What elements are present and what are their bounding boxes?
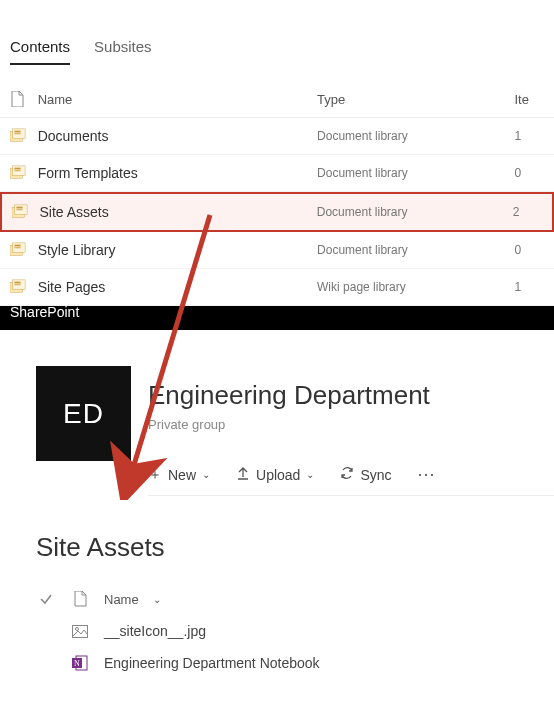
- svg-rect-6: [14, 168, 20, 170]
- row-name: Form Templates: [38, 165, 317, 181]
- file-name: Engineering Department Notebook: [104, 655, 320, 671]
- header-items[interactable]: Ite: [515, 92, 554, 107]
- svg-rect-10: [16, 207, 22, 209]
- svg-rect-7: [14, 170, 20, 171]
- svg-text:N: N: [74, 659, 80, 668]
- row-name: Style Library: [38, 242, 317, 258]
- svg-rect-11: [16, 209, 22, 210]
- section-title: Site Assets: [36, 532, 554, 563]
- upload-label: Upload: [256, 467, 300, 483]
- svg-rect-19: [14, 284, 20, 285]
- row-items: 1: [515, 129, 554, 143]
- upload-button[interactable]: Upload ⌄: [236, 466, 314, 483]
- sync-label: Sync: [360, 467, 391, 483]
- tabs: Contents Subsites: [0, 0, 554, 65]
- file-list-header: Name ⌄: [36, 583, 554, 615]
- upload-icon: [236, 466, 250, 483]
- row-type: Document library: [317, 243, 514, 257]
- plus-icon: ＋: [148, 466, 162, 484]
- file-row[interactable]: __siteIcon__.jpg: [36, 615, 554, 647]
- tab-contents[interactable]: Contents: [10, 30, 70, 65]
- file-list: Name ⌄ __siteIcon__.jpg N Engineering De…: [36, 583, 554, 679]
- chevron-down-icon: ⌄: [306, 469, 314, 480]
- tab-subsites[interactable]: Subsites: [94, 30, 152, 65]
- more-button[interactable]: ···: [418, 464, 436, 485]
- svg-rect-18: [14, 282, 20, 284]
- table-row[interactable]: Documents Document library 1: [0, 118, 554, 155]
- sync-icon: [340, 466, 354, 483]
- chevron-down-icon: ⌄: [202, 469, 210, 480]
- library-view: ED Engineering Department Private group …: [0, 330, 554, 679]
- file-name: __siteIcon__.jpg: [104, 623, 206, 639]
- row-items: 0: [515, 243, 554, 257]
- sync-button[interactable]: Sync: [340, 466, 391, 483]
- chevron-down-icon[interactable]: ⌄: [153, 594, 161, 605]
- group-avatar: ED: [36, 366, 131, 461]
- new-button[interactable]: ＋ New ⌄: [148, 466, 210, 484]
- row-type: Document library: [317, 205, 513, 219]
- check-icon[interactable]: [36, 592, 56, 606]
- name-column-header[interactable]: Name: [104, 592, 139, 607]
- svg-point-21: [76, 627, 79, 630]
- row-type: Document library: [317, 129, 514, 143]
- row-name: Site Assets: [39, 204, 316, 220]
- svg-rect-2: [14, 131, 20, 133]
- row-name: Site Pages: [38, 279, 317, 295]
- onenote-icon: N: [70, 655, 90, 671]
- header-type[interactable]: Type: [317, 92, 514, 107]
- file-icon: [70, 591, 90, 607]
- library-icon: [10, 165, 38, 181]
- library-icon: [10, 128, 38, 144]
- row-items: 2: [513, 205, 552, 219]
- group-subtitle: Private group: [148, 417, 554, 432]
- toolbar: ＋ New ⌄ Upload ⌄ Sync ···: [148, 454, 554, 496]
- row-items: 1: [515, 280, 554, 294]
- contents-table: Name Type Ite Documents Document library…: [0, 81, 554, 306]
- file-icon: [10, 91, 38, 107]
- header-name[interactable]: Name: [38, 92, 317, 107]
- row-items: 0: [515, 166, 554, 180]
- row-type: Wiki page library: [317, 280, 514, 294]
- table-row[interactable]: Site Pages Wiki page library 1: [0, 269, 554, 306]
- group-title: Engineering Department: [148, 380, 554, 411]
- group-header: Engineering Department Private group: [148, 380, 554, 432]
- library-icon: [10, 279, 38, 295]
- table-row[interactable]: Form Templates Document library 0: [0, 155, 554, 192]
- table-header: Name Type Ite: [0, 81, 554, 118]
- library-icon: [10, 242, 38, 258]
- table-row[interactable]: Style Library Document library 0: [0, 232, 554, 269]
- suite-bar: SharePoint: [0, 306, 554, 330]
- new-label: New: [168, 467, 196, 483]
- file-row[interactable]: N Engineering Department Notebook: [36, 647, 554, 679]
- row-type: Document library: [317, 166, 514, 180]
- svg-rect-14: [14, 245, 20, 247]
- library-icon: [12, 204, 39, 220]
- svg-rect-15: [14, 247, 20, 248]
- table-row-site-assets[interactable]: Site Assets Document library 2: [0, 192, 554, 232]
- svg-rect-3: [14, 133, 20, 134]
- row-name: Documents: [38, 128, 317, 144]
- image-icon: [70, 625, 90, 638]
